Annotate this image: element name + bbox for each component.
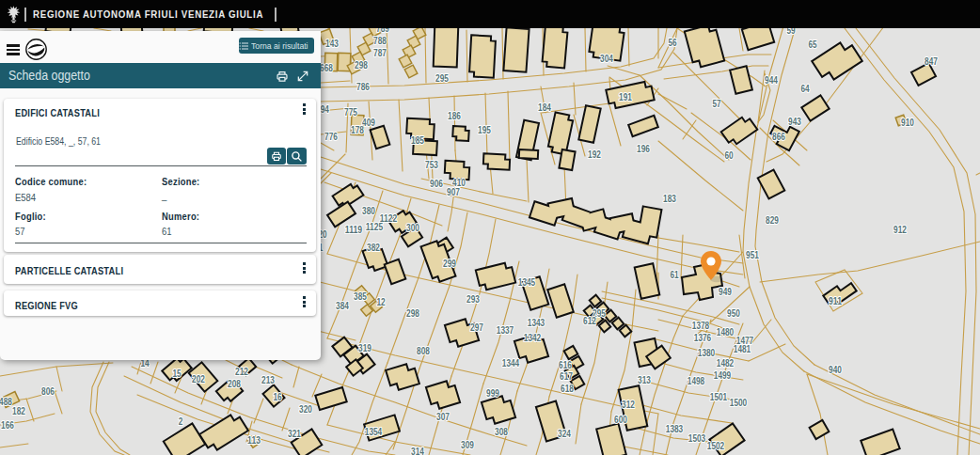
svg-text:940: 940 (829, 364, 842, 375)
svg-text:1501: 1501 (710, 391, 727, 402)
svg-text:1500: 1500 (730, 397, 747, 408)
svg-text:910: 910 (901, 117, 914, 128)
svg-text:2: 2 (179, 416, 183, 427)
svg-text:143: 143 (325, 38, 339, 49)
svg-text:409: 409 (362, 117, 375, 128)
svg-text:1376: 1376 (694, 332, 711, 343)
svg-text:64: 64 (800, 83, 810, 94)
svg-text:196: 196 (637, 143, 650, 154)
svg-text:313: 313 (638, 374, 651, 385)
svg-text:1378: 1378 (692, 320, 709, 331)
svg-text:182: 182 (12, 405, 25, 416)
svg-text:308: 308 (495, 426, 508, 437)
svg-text:195: 195 (478, 124, 491, 135)
svg-text:202: 202 (192, 373, 205, 384)
svg-text:12: 12 (376, 296, 385, 307)
svg-text:847: 847 (925, 55, 938, 67)
svg-text:912: 912 (893, 224, 907, 235)
svg-text:1125: 1125 (366, 221, 383, 232)
svg-text:186: 186 (448, 110, 461, 121)
svg-text:950: 950 (727, 307, 740, 319)
svg-text:911: 911 (829, 295, 842, 306)
svg-text:297: 297 (470, 322, 483, 333)
svg-text:1344: 1344 (502, 357, 520, 369)
svg-text:618: 618 (561, 383, 574, 394)
svg-text:184: 184 (538, 102, 551, 113)
svg-text:668: 668 (320, 62, 333, 73)
svg-text:753: 753 (425, 159, 438, 170)
svg-text:1337: 1337 (497, 324, 514, 336)
svg-text:1354: 1354 (365, 426, 383, 437)
svg-text:1380: 1380 (698, 347, 715, 358)
svg-text:319: 319 (358, 342, 371, 353)
svg-text:65: 65 (808, 39, 816, 50)
svg-text:788: 788 (373, 35, 387, 46)
svg-text:16: 16 (273, 391, 281, 402)
svg-text:213: 213 (261, 374, 275, 385)
svg-text:488: 488 (0, 396, 12, 407)
svg-text:1498: 1498 (688, 375, 704, 386)
svg-text:808: 808 (417, 345, 430, 356)
svg-text:324: 324 (558, 428, 571, 439)
svg-text:612: 612 (583, 315, 596, 326)
svg-text:1482: 1482 (717, 357, 734, 369)
svg-text:299: 299 (443, 258, 456, 269)
svg-text:293: 293 (466, 293, 480, 305)
svg-text:57: 57 (712, 98, 720, 109)
svg-text:382: 382 (367, 242, 380, 253)
svg-text:212: 212 (235, 366, 248, 377)
svg-text:1345: 1345 (518, 276, 535, 288)
svg-text:829: 829 (766, 214, 779, 226)
svg-text:61: 61 (670, 269, 678, 280)
svg-text:15: 15 (172, 368, 181, 379)
svg-text:786: 786 (356, 81, 370, 92)
svg-text:1119: 1119 (345, 224, 362, 235)
svg-text:166: 166 (1, 419, 14, 431)
svg-text:307: 307 (436, 411, 450, 422)
svg-text:185: 185 (411, 134, 424, 146)
svg-text:944: 944 (765, 74, 778, 86)
svg-text:298: 298 (406, 307, 419, 319)
svg-text:943: 943 (788, 116, 801, 127)
svg-text:617: 617 (560, 370, 573, 382)
svg-text:866: 866 (772, 131, 785, 142)
svg-text:1502: 1502 (707, 440, 724, 451)
svg-text:300: 300 (406, 222, 419, 233)
svg-text:949: 949 (719, 286, 732, 297)
svg-text:314: 314 (411, 446, 424, 455)
svg-text:999: 999 (486, 387, 499, 399)
svg-text:183: 183 (663, 193, 676, 204)
svg-text:1503: 1503 (688, 432, 705, 444)
svg-text:56: 56 (668, 37, 676, 48)
svg-text:1499: 1499 (714, 369, 731, 381)
svg-text:192: 192 (588, 149, 601, 160)
svg-text:906: 906 (430, 178, 443, 189)
svg-text:1480: 1480 (717, 326, 734, 337)
svg-text:191: 191 (619, 91, 632, 102)
svg-text:787: 787 (373, 47, 387, 58)
svg-text:60: 60 (724, 149, 733, 161)
svg-text:384: 384 (336, 300, 349, 311)
svg-text:309: 309 (461, 439, 474, 450)
svg-text:380: 380 (362, 205, 375, 216)
svg-text:304: 304 (600, 53, 613, 64)
svg-text:600: 600 (614, 414, 627, 425)
svg-text:298: 298 (355, 59, 368, 71)
svg-text:776: 776 (324, 131, 338, 142)
svg-text:907: 907 (447, 186, 460, 197)
svg-text:1481: 1481 (734, 343, 751, 354)
svg-text:951: 951 (746, 249, 759, 260)
svg-text:775: 775 (344, 106, 357, 118)
svg-text:616: 616 (559, 359, 572, 370)
svg-text:208: 208 (228, 378, 241, 389)
svg-text:385: 385 (354, 290, 367, 302)
svg-text:321: 321 (288, 428, 301, 439)
svg-text:806: 806 (41, 385, 55, 397)
svg-text:178: 178 (351, 124, 364, 135)
svg-text:1343: 1343 (528, 317, 545, 328)
svg-text:1383: 1383 (666, 423, 683, 434)
svg-text:1342: 1342 (524, 332, 541, 343)
svg-text:312: 312 (622, 399, 635, 410)
svg-text:295: 295 (435, 72, 449, 84)
svg-text:113: 113 (247, 434, 261, 446)
